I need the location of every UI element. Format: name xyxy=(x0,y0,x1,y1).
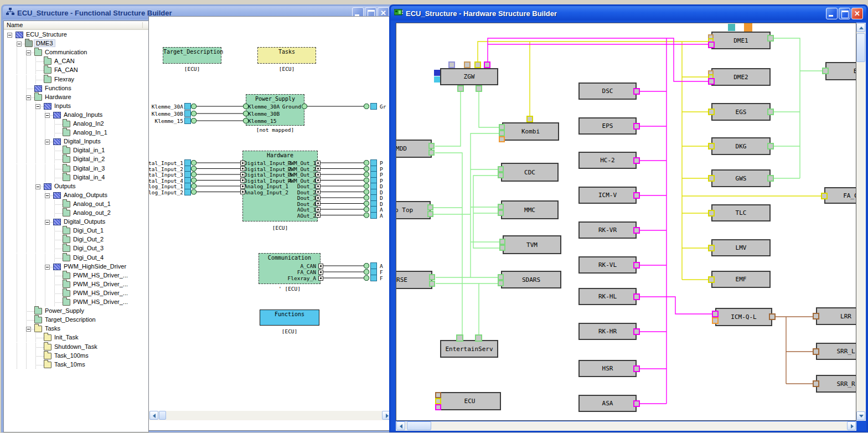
tree-node-Analog_In_1[interactable]: Analog_In_1 xyxy=(4,128,148,137)
tree-node-FA_CAN[interactable]: FA_CAN xyxy=(4,66,148,75)
hardware-block-DME1[interactable]: DME1 xyxy=(711,32,771,49)
hardware-block-TLC[interactable]: TLC xyxy=(711,204,771,221)
port-green[interactable] xyxy=(499,124,505,130)
port-yellow[interactable] xyxy=(708,175,715,182)
tree-expander-Hardware[interactable] xyxy=(26,95,31,100)
external-connector[interactable] xyxy=(370,103,377,110)
port-green[interactable] xyxy=(428,143,435,149)
hardware-block-RK-HL[interactable]: RK-HL xyxy=(578,288,637,305)
tree-expander-Analog_Inputs[interactable] xyxy=(45,113,50,118)
port-green[interactable] xyxy=(475,334,482,342)
functional-canvas-hscrollbar[interactable] xyxy=(149,411,392,420)
port-cyan[interactable] xyxy=(434,76,440,83)
socket-port[interactable] xyxy=(318,276,323,281)
tree-node-Analog_Outputs[interactable]: Analog_Outputs xyxy=(4,191,148,200)
scroll-down-button[interactable] xyxy=(856,411,865,420)
tree-node-Analog_out_2[interactable]: Analog_out_2 xyxy=(4,209,148,218)
port-green[interactable] xyxy=(428,150,435,156)
socket-port[interactable] xyxy=(316,189,321,194)
port-magenta[interactable] xyxy=(435,404,441,410)
port-octagon[interactable] xyxy=(364,178,369,183)
port-octagon[interactable] xyxy=(364,166,369,172)
port-octagon[interactable] xyxy=(191,104,197,109)
scroll-right-button[interactable] xyxy=(847,421,856,430)
hardware-block-SDARS[interactable]: SDARS xyxy=(501,271,561,288)
port-yellow[interactable] xyxy=(708,109,715,115)
port-green[interactable] xyxy=(498,172,504,178)
tree-expander-Inputs[interactable] xyxy=(35,104,40,109)
tree-expander-PWM_HighSide_Driver[interactable] xyxy=(45,265,50,270)
port-yellow[interactable] xyxy=(435,398,441,404)
port-tan[interactable] xyxy=(464,61,471,68)
hardware-block-ZGW[interactable]: ZGW xyxy=(440,68,498,85)
tree-node-Digital_in_2[interactable]: Digital_in_2 xyxy=(4,155,148,164)
port-yellow[interactable] xyxy=(474,61,481,68)
tree-expander-Outputs[interactable] xyxy=(35,184,40,189)
scroll-left-button[interactable] xyxy=(149,411,158,420)
socket-port[interactable] xyxy=(316,166,321,171)
port-violet[interactable] xyxy=(448,61,455,68)
port-magenta[interactable] xyxy=(633,227,640,234)
tree-node-A_CAN[interactable]: A_CAN xyxy=(4,57,148,66)
port-magenta[interactable] xyxy=(484,61,490,68)
tree-node-PWM_HS_Driver_...[interactable]: PWM_HS_Driver_... xyxy=(4,289,148,298)
tree-node-Digital_in_3[interactable]: Digital_in_3 xyxy=(4,164,148,173)
port-green[interactable] xyxy=(822,68,829,74)
port-octagon[interactable] xyxy=(191,118,197,123)
tree-node-Shutdown_Task[interactable]: Shutdown_Task xyxy=(4,343,148,352)
port-green[interactable] xyxy=(499,239,505,245)
socket-port[interactable] xyxy=(316,207,321,212)
hardware-canvas-vscrollbar[interactable] xyxy=(856,23,866,421)
hardware-block-E[interactable]: E xyxy=(825,62,856,80)
port-green[interactable] xyxy=(499,245,505,251)
port-blue[interactable] xyxy=(434,70,440,76)
port-octagon[interactable] xyxy=(364,213,369,218)
port-octagon[interactable] xyxy=(191,172,197,177)
socket-port[interactable] xyxy=(240,172,245,177)
port-magenta[interactable] xyxy=(633,262,640,269)
hardware-block-HSR[interactable]: HSR xyxy=(578,360,637,377)
tree-node-Tasks[interactable]: Tasks xyxy=(4,324,148,333)
hardware-block-SRR_L[interactable]: SRR_L xyxy=(816,343,856,360)
socket-port[interactable] xyxy=(316,172,321,177)
port-green[interactable] xyxy=(767,35,774,42)
tree-node-Digital_in_1[interactable]: Digital_in_1 xyxy=(4,146,148,155)
port-green[interactable] xyxy=(456,334,463,342)
port-octagon[interactable] xyxy=(364,172,369,177)
tree-expander-ECU_Structure[interactable] xyxy=(7,33,12,38)
port-green[interactable] xyxy=(457,85,464,92)
port-yellow[interactable] xyxy=(708,143,715,150)
port-magenta[interactable] xyxy=(633,400,640,407)
vscroll-thumb[interactable] xyxy=(856,33,865,62)
port-green[interactable] xyxy=(498,210,504,216)
port-green[interactable] xyxy=(476,85,482,92)
port-green[interactable] xyxy=(767,109,774,115)
port-octagon[interactable] xyxy=(364,269,369,275)
port-magenta[interactable] xyxy=(633,157,640,164)
socket-port[interactable] xyxy=(240,161,245,166)
close-button[interactable] xyxy=(851,8,863,19)
port-brown[interactable] xyxy=(435,392,441,398)
tree-node-Hardware[interactable]: Hardware xyxy=(4,93,148,102)
tree-expander-Digital_Inputs[interactable] xyxy=(45,140,50,145)
tree-node-ECU_Structure[interactable]: ECU_Structure xyxy=(4,30,148,39)
hardware-block-Kombi[interactable]: Kombi xyxy=(502,122,559,141)
port-orange[interactable] xyxy=(499,136,505,142)
hardware-canvas[interactable]: ZGWMDDAmp TopRSEKombiCDCMMCTVMSDARSEnter… xyxy=(396,23,856,421)
tree-expander-Communication[interactable] xyxy=(26,50,31,55)
hardware-block-GWS[interactable]: GWS xyxy=(711,169,771,187)
external-connector[interactable] xyxy=(184,117,191,124)
socket-port[interactable] xyxy=(316,195,321,200)
tree-node-PWM_HS_Driver_...[interactable]: PWM_HS_Driver_... xyxy=(4,280,148,289)
port-octagon[interactable] xyxy=(364,201,369,207)
port-octagon[interactable] xyxy=(191,166,197,172)
socket-port[interactable] xyxy=(240,178,245,183)
port-magenta[interactable] xyxy=(633,365,640,372)
functional-block-Functions[interactable]: Functions xyxy=(260,310,319,326)
tree-node-Digi_Out_4[interactable]: Digi_Out_4 xyxy=(4,254,148,262)
hardware-block-EntertainServ[interactable]: EntertainServ xyxy=(440,340,498,358)
port-brown[interactable] xyxy=(813,380,819,387)
port-green[interactable] xyxy=(429,281,435,287)
port-green[interactable] xyxy=(498,166,504,172)
hscroll-thumb[interactable] xyxy=(407,421,431,430)
